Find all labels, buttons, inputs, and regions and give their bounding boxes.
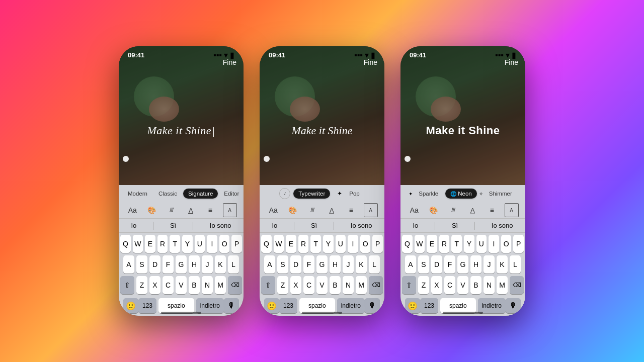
key-E[interactable]: E [145, 235, 155, 253]
key2-Q[interactable]: Q [261, 235, 272, 253]
emoji-key-1[interactable]: 🙂 [123, 298, 138, 313]
key2-W[interactable]: W [274, 235, 284, 253]
key3-D[interactable]: D [431, 255, 442, 274]
key-N[interactable]: N [202, 276, 213, 294]
key-Q[interactable]: Q [120, 235, 131, 253]
key-P[interactable]: P [231, 235, 242, 253]
key3-delete[interactable]: ⌫ [510, 276, 524, 294]
toolbar-font-3[interactable]: Aa [407, 203, 421, 217]
predict-2c[interactable]: Io sono [343, 222, 380, 229]
key3-B[interactable]: B [470, 276, 481, 294]
key2-P[interactable]: P [372, 235, 383, 253]
key-M[interactable]: M [215, 276, 226, 294]
toolbar-box-3[interactable]: A [505, 203, 519, 217]
key-V[interactable]: V [176, 276, 187, 294]
predict-1a[interactable]: Io [123, 222, 144, 229]
predict-3c[interactable]: Io sono [484, 222, 521, 229]
style-pop2[interactable]: Pop [344, 189, 364, 199]
key2-Z[interactable]: Z [277, 276, 288, 294]
key3-W[interactable]: W [415, 235, 425, 253]
key-G[interactable]: G [176, 255, 187, 274]
key3-E[interactable]: E [427, 235, 437, 253]
key-K[interactable]: K [215, 255, 226, 274]
key2-R[interactable]: R [298, 235, 309, 253]
key-T[interactable]: T [170, 235, 180, 253]
style-classic[interactable]: Classic [153, 189, 182, 199]
return-key-3[interactable]: indietro [478, 298, 506, 313]
key3-C[interactable]: C [444, 276, 455, 294]
toolbar-font-1[interactable]: Aa [125, 203, 139, 217]
key2-X[interactable]: X [290, 276, 301, 294]
toolbar-font-2[interactable]: Aa [266, 203, 280, 217]
emoji-key-3[interactable]: 🙂 [405, 298, 420, 313]
key-O[interactable]: O [219, 235, 230, 253]
key3-shift[interactable]: ⇧ [402, 276, 416, 294]
toolbar-color-1[interactable]: 🎨 [145, 203, 159, 217]
key3-P[interactable]: P [513, 235, 524, 253]
key2-T[interactable]: T [310, 235, 321, 253]
key3-O[interactable]: O [501, 235, 512, 253]
key2-M[interactable]: M [356, 276, 367, 294]
toolbar-style-3[interactable]: /// [446, 203, 460, 217]
style-modern[interactable]: Modern [123, 189, 152, 199]
toolbar-color-2[interactable]: 🎨 [286, 203, 300, 217]
style-sparkle[interactable]: Sparkle [414, 189, 443, 199]
key3-I[interactable]: I [489, 235, 499, 253]
predict-2b[interactable]: Sì [303, 222, 325, 229]
key2-F[interactable]: F [303, 255, 314, 274]
key-R[interactable]: R [157, 235, 168, 253]
key2-H[interactable]: H [330, 255, 341, 274]
style-sparkle-wrap[interactable]: ✦ Sparkle [409, 189, 443, 199]
style-neon-wrap[interactable]: 🌐Neon [445, 189, 477, 199]
key-Y[interactable]: Y [182, 235, 193, 253]
key-Z[interactable]: Z [136, 276, 147, 294]
key2-U[interactable]: U [336, 235, 346, 253]
style-selector-2[interactable]: I Typewriter ✦ Pop [260, 185, 384, 202]
key-U[interactable]: U [195, 235, 205, 253]
key3-G[interactable]: G [457, 255, 468, 274]
predict-3a[interactable]: Io [405, 222, 426, 229]
key2-S[interactable]: S [277, 255, 288, 274]
mic-key-2[interactable]: 🎙 [365, 298, 380, 313]
style-typewriter[interactable]: Typewriter [293, 189, 330, 199]
num-key-3[interactable]: 123 [420, 298, 438, 313]
key-F[interactable]: F [163, 255, 174, 274]
key3-T[interactable]: T [451, 235, 462, 253]
toolbar-align-2[interactable]: ≡ [344, 203, 358, 217]
key3-X[interactable]: X [431, 276, 442, 294]
style-pop-wrap[interactable]: ✦ Pop [337, 189, 364, 199]
key-A[interactable]: A [123, 255, 134, 274]
key2-G[interactable]: G [316, 255, 328, 274]
key-C[interactable]: C [163, 276, 174, 294]
key2-N[interactable]: N [343, 276, 354, 294]
style-icon-typewriter[interactable]: I [279, 188, 290, 199]
return-key-2[interactable]: indietro [337, 298, 365, 313]
key-H[interactable]: H [189, 255, 200, 274]
style-neon[interactable]: 🌐Neon [445, 189, 477, 199]
toolbar-style-1[interactable]: /// [165, 203, 179, 217]
key2-L[interactable]: L [369, 255, 380, 274]
key3-U[interactable]: U [476, 235, 487, 253]
style-shimmer[interactable]: Shimmer [484, 189, 517, 199]
key2-A[interactable]: A [264, 255, 275, 274]
predict-3b[interactable]: Sì [444, 222, 466, 229]
key3-H[interactable]: H [470, 255, 481, 274]
return-key-1[interactable]: indietro [196, 298, 224, 313]
key2-C[interactable]: C [303, 276, 314, 294]
key-J[interactable]: J [202, 255, 213, 274]
key2-delete[interactable]: ⌫ [369, 276, 383, 294]
toolbar-box-1[interactable]: A [223, 203, 237, 217]
key-X[interactable]: X [149, 276, 160, 294]
key-D[interactable]: D [149, 255, 160, 274]
key3-N[interactable]: N [484, 276, 495, 294]
key2-O[interactable]: O [360, 235, 371, 253]
key-B[interactable]: B [189, 276, 200, 294]
toolbar-text-3[interactable]: A [465, 203, 479, 217]
style-selector-1[interactable]: Modern Classic Signature Editor Pop [119, 185, 244, 202]
key3-A[interactable]: A [405, 255, 416, 274]
predict-1c[interactable]: Io sono [202, 222, 239, 229]
num-key-1[interactable]: 123 [138, 298, 156, 313]
key2-I[interactable]: I [348, 235, 358, 253]
fine-button-2[interactable]: Fine [364, 58, 377, 66]
toolbar-align-3[interactable]: ≡ [485, 203, 499, 217]
